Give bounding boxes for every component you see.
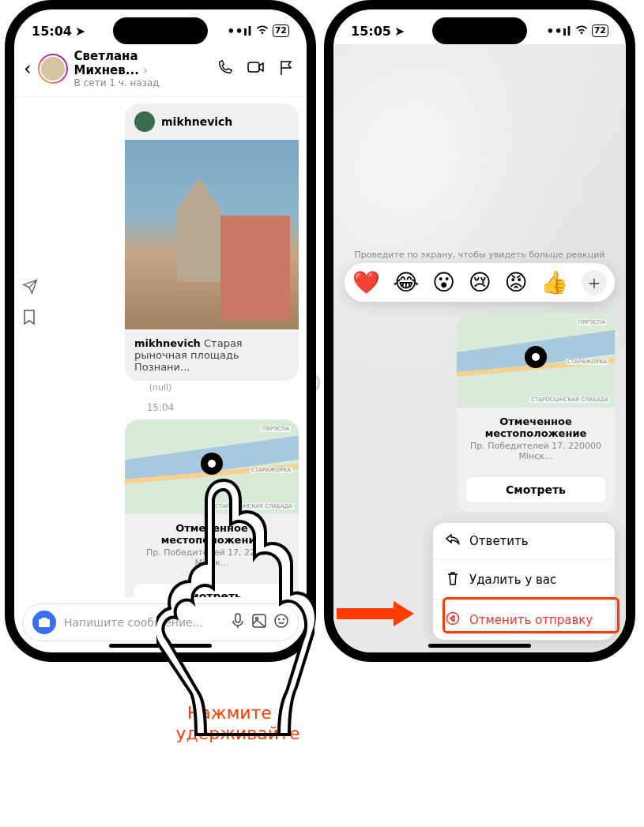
- arrow-annotation: [337, 608, 397, 619]
- reply-icon: [446, 534, 460, 548]
- chat-header: ‹ Светлана Михнев... › В сети 1 ч. назад: [14, 44, 307, 97]
- location-arrow-icon: ➤: [75, 24, 85, 39]
- reaction-wow[interactable]: 😮: [432, 269, 455, 295]
- menu-unsend[interactable]: Отменить отправку: [433, 600, 615, 640]
- svg-rect-0: [248, 62, 259, 72]
- reaction-laugh[interactable]: 😂: [394, 269, 420, 295]
- call-icon[interactable]: [213, 58, 237, 80]
- null-text: (null): [22, 382, 299, 393]
- menu-reply-label: Ответить: [469, 534, 529, 548]
- map-pin-icon: [525, 346, 547, 368]
- reactions-bar: ❤️ 😂 😮 😢 😡 👍 +: [345, 263, 615, 302]
- context-menu: Ответить Удалить у вас Отменить отправку: [433, 523, 615, 640]
- reactions-hint: Проведите по экрану, чтобы увидеть больш…: [345, 250, 615, 260]
- avatar[interactable]: [38, 54, 68, 84]
- battery-icon: 72: [592, 24, 608, 37]
- bookmark-icon[interactable]: [22, 309, 38, 328]
- status-time: 15:04: [32, 24, 72, 39]
- phone-right: 15:05 ➤ ••ıl 72 Проведите по экрану, что…: [324, 0, 635, 662]
- svg-point-7: [447, 613, 459, 625]
- wifi-icon: [255, 24, 269, 39]
- trash-icon: [446, 571, 460, 588]
- battery-icon: 72: [273, 24, 289, 37]
- signal-icon: ••ıl: [227, 24, 251, 39]
- status-time: 15:05: [351, 24, 391, 39]
- menu-delete-local[interactable]: Удалить у вас: [433, 560, 615, 600]
- camera-button[interactable]: [32, 611, 56, 634]
- notch: [432, 17, 527, 44]
- reaction-angry[interactable]: 😡: [505, 269, 528, 295]
- message-timestamp: 15:04: [22, 402, 299, 413]
- back-icon[interactable]: ‹: [24, 58, 32, 80]
- side-actions: [22, 279, 38, 328]
- location-subtitle: Пр. Победителей 17, 220000 Мінск...: [466, 441, 605, 461]
- home-indicator: [428, 644, 531, 648]
- reaction-thumbsup[interactable]: 👍: [540, 269, 568, 295]
- wifi-icon: [574, 24, 589, 39]
- view-location-button[interactable]: Смотреть: [466, 477, 605, 502]
- post-author-avatar: [134, 111, 155, 132]
- chat-status: В сети 1 ч. назад: [74, 77, 207, 88]
- finger-pointer: [156, 474, 314, 746]
- location-card[interactable]: ПЯРЭСПА СТАРАЖОЎКА СТАРОСЦІНСКАЯ СЛАБАДА…: [457, 313, 615, 512]
- post-author-name: mikhnevich: [161, 115, 232, 128]
- location-arrow-icon: ➤: [394, 24, 405, 39]
- unsend-icon: [446, 611, 460, 629]
- post-image: [125, 140, 299, 329]
- reaction-more-button[interactable]: +: [582, 270, 607, 295]
- notch: [113, 17, 208, 44]
- map-preview: ПЯРЭСПА СТАРАЖОЎКА СТАРОСЦІНСКАЯ СЛАБАДА: [457, 313, 615, 408]
- flag-icon[interactable]: [275, 58, 297, 80]
- reaction-heart[interactable]: ❤️: [352, 269, 380, 295]
- menu-reply[interactable]: Ответить: [433, 523, 615, 560]
- reaction-sad[interactable]: 😢: [469, 269, 491, 295]
- map-pin-icon: [201, 453, 223, 475]
- signal-icon: ••ıl: [546, 24, 571, 39]
- shared-post-card[interactable]: mikhnevich mikhnevich Старая рыночная пл…: [125, 103, 299, 381]
- share-icon[interactable]: [22, 279, 38, 298]
- chat-name[interactable]: Светлана Михнев... ›: [74, 49, 207, 77]
- video-icon[interactable]: [243, 58, 269, 80]
- menu-delete-local-label: Удалить у вас: [469, 573, 556, 587]
- post-caption: mikhnevich Старая рыночная площадь Позна…: [125, 329, 299, 381]
- menu-unsend-label: Отменить отправку: [469, 613, 593, 627]
- location-title: Отмеченное местоположение: [466, 415, 605, 439]
